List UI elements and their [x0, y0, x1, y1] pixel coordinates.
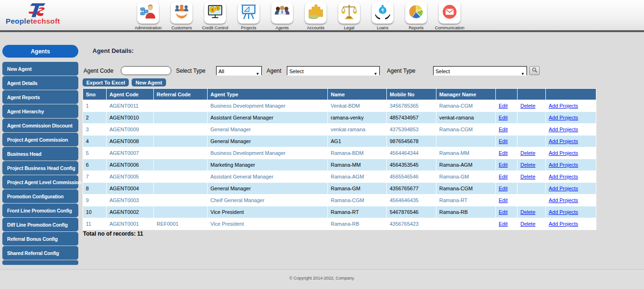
sidebar-item[interactable]: Front Line Promotion Config — [2, 204, 78, 217]
delete-link[interactable]: Delete — [520, 174, 535, 179]
cell-add-projects: Add Projects — [546, 206, 596, 218]
cell-mobile-no: 4564464344 — [387, 147, 436, 159]
edit-link[interactable]: Edit — [499, 162, 508, 168]
cell-mobile-no: 4857434957 — [387, 112, 436, 124]
nav-icon-card — [439, 2, 460, 24]
agent-code-input[interactable] — [121, 66, 171, 75]
nav-item[interactable]: $$ Credit Control — [204, 2, 226, 30]
cell-agent-type: General Manager — [208, 136, 328, 147]
sidebar-item[interactable]: Agent Details — [2, 76, 78, 90]
add-projects-link[interactable]: Add Projects — [549, 162, 578, 168]
column-header — [496, 89, 518, 100]
sidebar-item[interactable]: Project Agent Commission — [2, 133, 78, 146]
edit-link[interactable]: Edit — [499, 209, 508, 215]
column-header: Referral Code — [154, 89, 208, 100]
sidebar-item[interactable]: Diff Line Promotion Config — [2, 218, 78, 231]
new-agent-button[interactable]: New Agent — [132, 78, 166, 86]
add-projects-link[interactable]: Add Projects — [549, 150, 578, 156]
delete-link[interactable]: Delete — [520, 150, 535, 156]
delete-link[interactable]: Delete — [520, 221, 535, 227]
nav-icon-card — [137, 2, 159, 24]
nav-item[interactable]: ₹ Loans — [372, 2, 393, 30]
delete-link[interactable]: Delete — [520, 209, 535, 215]
nav-item[interactable]: Communication — [439, 2, 460, 30]
agent-type-dropdown[interactable]: Select — [434, 68, 527, 76]
table-header-row: Sno Agent Code Referral Code Agent Type … — [83, 89, 596, 100]
nav-item[interactable]: Customers — [171, 2, 192, 30]
nav-icon-card — [271, 2, 293, 24]
cell-manager-name: Ramana-MM — [436, 147, 496, 159]
sidebar-item[interactable]: New Agent — [2, 62, 78, 76]
add-projects-link[interactable]: Add Projects — [549, 115, 578, 120]
table-row: 9 AGENT0003 Cheif General Manager Ramana… — [83, 195, 596, 206]
table-row: 2 AGENT0010 Assistant General Manager ra… — [83, 112, 596, 124]
delete-link[interactable]: Delete — [520, 162, 535, 168]
sidebar-item[interactable]: Referral Bonus Config — [2, 232, 78, 246]
edit-link[interactable]: Edit — [499, 103, 508, 109]
nav-item[interactable]: Reports — [405, 2, 427, 30]
logo-icon — [25, 2, 53, 18]
cell-referral-code — [154, 171, 208, 183]
add-projects-link[interactable]: Add Projects — [549, 221, 578, 227]
cell-manager-name: Ramana-CGM — [436, 124, 496, 136]
sidebar-item[interactable]: Agent Hierarchy — [2, 104, 78, 118]
cell-agent-type: Vice President — [208, 206, 328, 218]
nav-item[interactable]: Accounts — [305, 2, 326, 30]
cell-manager-name: Ramana-CGM — [436, 100, 496, 112]
table-row: 10 AGENT0002 Vice President Ramana-RT 54… — [83, 206, 596, 218]
cell-add-projects: Add Projects — [546, 100, 596, 112]
sidebar-item[interactable]: Agent Commission Discount — [2, 119, 78, 132]
cell-sno: 9 — [83, 195, 107, 206]
sidebar-item[interactable]: Project Business Head Config — [2, 161, 78, 175]
edit-link[interactable]: Edit — [499, 221, 508, 227]
cell-agent-code: AGENT0001 — [107, 218, 154, 230]
cell-edit: Edit — [496, 112, 518, 124]
add-projects-link[interactable]: Add Projects — [549, 103, 578, 109]
nav-item[interactable]: Administration — [137, 2, 159, 30]
logo[interactable]: Peopletechsoft — [6, 2, 60, 26]
add-projects-link[interactable]: Add Projects — [549, 138, 578, 144]
cell-delete: Delete — [518, 171, 546, 183]
sidebar-item[interactable]: Project Agent Level Commission — [2, 175, 78, 189]
edit-link[interactable]: Edit — [499, 174, 508, 179]
edit-link[interactable]: Edit — [499, 150, 508, 156]
sidebar-item[interactable]: Agent Reports — [2, 90, 78, 104]
cell-edit: Edit — [496, 124, 518, 136]
edit-link[interactable]: Edit — [499, 138, 508, 144]
edit-link[interactable]: Edit — [499, 186, 508, 191]
cell-agent-type: Business Development Manager — [208, 147, 328, 159]
total-records: Total no of records:11 — [83, 230, 144, 237]
cell-agent-type: Business Development Manager — [208, 100, 328, 112]
export-to-excel-button[interactable]: Export To Excel — [83, 78, 129, 86]
sidebar-header-agents[interactable]: Agents — [2, 45, 78, 58]
edit-link[interactable]: Edit — [499, 127, 508, 132]
nav-item[interactable]: Legal — [338, 2, 360, 30]
agent-dropdown[interactable]: Select — [287, 68, 379, 76]
sidebar-item[interactable]: Shared Referral Config — [2, 246, 78, 260]
add-projects-link[interactable]: Add Projects — [549, 186, 578, 191]
delete-link[interactable]: Delete — [520, 103, 535, 109]
add-projects-link[interactable]: Add Projects — [549, 209, 578, 215]
cell-agent-code: AGENT0011 — [107, 100, 154, 112]
scales-icon — [341, 4, 357, 22]
edit-link[interactable]: Edit — [499, 115, 508, 120]
nav-item[interactable]: Agents — [271, 2, 293, 30]
search-button[interactable] — [529, 66, 540, 75]
cell-edit: Edit — [496, 136, 518, 147]
cell-mobile-no: 4564353545 — [387, 159, 436, 171]
select-type-dropdown[interactable]: All — [217, 68, 261, 76]
table-row: 5 AGENT0007 Business Development Manager… — [83, 147, 596, 159]
add-projects-link[interactable]: Add Projects — [549, 174, 578, 179]
edit-link[interactable]: Edit — [499, 197, 508, 203]
sidebar-item[interactable]: Business Head — [2, 147, 78, 161]
nav-item[interactable]: Projects — [238, 2, 259, 30]
envelope-circle-icon — [442, 4, 458, 22]
search-icon — [532, 67, 538, 75]
sidebar-stub — [2, 260, 78, 265]
add-projects-link[interactable]: Add Projects — [549, 127, 578, 132]
table-row: 6 AGENT0006 Marketing Manager Ramana-MM … — [83, 159, 596, 171]
sidebar-item[interactable]: Promotion Configuration — [2, 189, 78, 203]
add-projects-link[interactable]: Add Projects — [549, 197, 578, 203]
column-header — [546, 89, 596, 100]
svg-text:$: $ — [217, 7, 219, 10]
